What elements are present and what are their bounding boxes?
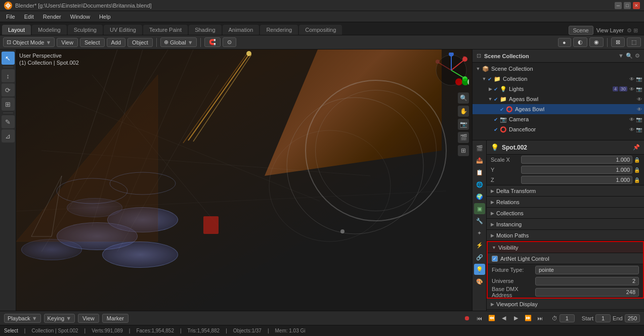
mode-selector[interactable]: ⊡ Object Mode ▼ (3, 37, 55, 47)
xray-button[interactable]: ⬚ (627, 37, 641, 47)
dancefloor-eye-icon[interactable]: 👁 (629, 127, 634, 132)
tab-modeling[interactable]: Modeling (32, 25, 67, 35)
scale-z-lock-icon[interactable]: 🔒 (634, 177, 640, 183)
prop-icon-modifiers[interactable]: 🔧 (474, 215, 485, 226)
fixture-type-field[interactable]: pointe (535, 266, 639, 274)
jump-start-button[interactable]: ⏮ (475, 314, 484, 323)
camera-eye-icon[interactable]: 👁 (629, 117, 634, 122)
hand-icon[interactable]: ✋ (458, 106, 469, 117)
camera-view-icon[interactable]: 📷 (458, 119, 469, 130)
scale-z-field[interactable]: 1.000 (521, 176, 632, 184)
scale-y-field[interactable]: 1.000 (521, 166, 632, 174)
prop-icon-particles[interactable]: ✦ (474, 227, 485, 238)
motion-paths-header[interactable]: ▶ Motion Paths (487, 230, 644, 241)
add-button[interactable]: Add (107, 38, 126, 47)
camera-checkbox[interactable]: ✔ (494, 117, 498, 122)
lights-checkbox[interactable]: ✔ (494, 86, 498, 92)
select-button[interactable]: Select (80, 38, 105, 47)
prop-icon-constraints[interactable]: 🔗 (474, 252, 485, 263)
lights-eye-icon[interactable]: 👁 (629, 86, 634, 92)
ageas-obj-eye-icon[interactable]: 👁 (637, 107, 642, 112)
outliner-lights[interactable]: ▶ ✔ 💡 Lights 4 30 👁 📷 (473, 84, 644, 94)
end-frame-field[interactable]: 250 (625, 314, 640, 322)
overlay-button[interactable]: ⊠ (611, 37, 625, 47)
play-back-button[interactable]: ◀ (499, 314, 508, 323)
prop-icon-scene[interactable]: 🌐 (474, 179, 485, 190)
viewport-3d[interactable]: User Perspective (1) Collection | Spot.0… (16, 50, 472, 311)
tab-rendering[interactable]: Rendering (260, 25, 298, 35)
tab-uv-editing[interactable]: UV Editing (104, 25, 142, 35)
collection-checkbox[interactable]: ✔ (488, 76, 492, 82)
outliner-ageas-bowl-obj[interactable]: ✔ ⭕ Ageas Bowl 👁 (473, 104, 644, 114)
prop-icon-material[interactable]: 🎨 (474, 276, 485, 287)
render-preview-icon[interactable]: 🎬 (458, 132, 469, 143)
artnet-checkbox[interactable]: ✓ (492, 256, 498, 262)
tab-sculpting[interactable]: Sculpting (68, 25, 103, 35)
outliner-search-icon[interactable]: 🔍 (626, 53, 633, 59)
scale-x-field[interactable]: 1.000 (521, 156, 632, 164)
viewport-shading-rendered[interactable]: ◉ (589, 37, 604, 47)
prop-icon-output[interactable]: 📤 (474, 155, 485, 166)
ageas-eye-icon[interactable]: 👁 (637, 97, 642, 102)
custom-properties-header[interactable]: ▶ Custom Properties (487, 310, 644, 311)
view-timeline-btn[interactable]: View (78, 314, 99, 323)
tool-annotate[interactable]: ✎ (2, 115, 15, 128)
universe-field[interactable]: 2 (535, 277, 639, 285)
outliner-settings-icon[interactable]: ⚙ (635, 53, 640, 59)
base-dmx-field[interactable]: 248 (535, 288, 639, 297)
visibility-header[interactable]: ▼ Visibility (488, 242, 643, 253)
snap-button[interactable]: 🧲 (204, 37, 221, 47)
render-camera-icon[interactable]: 📷 (636, 76, 642, 82)
view-button[interactable]: View (57, 38, 78, 47)
menu-file[interactable]: File (2, 13, 19, 21)
step-back-button[interactable]: ⏪ (487, 314, 496, 323)
prop-icon-world[interactable]: 🌍 (474, 191, 485, 202)
jump-end-button[interactable]: ⏭ (536, 314, 545, 323)
keying-dropdown[interactable]: Keying ▼ (44, 314, 75, 323)
menu-window[interactable]: Window (66, 13, 94, 21)
prop-icon-view-layer[interactable]: 📋 (474, 167, 485, 178)
collections-icon[interactable]: ⊞ (458, 145, 469, 156)
collections-header[interactable]: ▶ Collections (487, 208, 644, 219)
ageas-bowl-coll-checkbox[interactable]: ✔ (494, 97, 498, 102)
outliner-filter-icon[interactable]: ▼ (618, 53, 624, 59)
record-button[interactable]: ⏺ (463, 314, 472, 323)
outliner-collection[interactable]: ▼ ✔ 📁 Collection 👁 📷 (473, 74, 644, 84)
relations-header[interactable]: ▶ Relations (487, 197, 644, 208)
scene-dropdown[interactable]: Scene (569, 26, 593, 35)
lights-render-icon[interactable]: 📷 (636, 86, 642, 92)
play-button[interactable]: ▶ (511, 314, 521, 323)
tab-shading[interactable]: Shading (189, 25, 221, 35)
transform-dropdown[interactable]: ⊕ Global ▼ (160, 37, 197, 47)
tool-measure[interactable]: ⊿ (2, 129, 15, 142)
viewport-shading-material[interactable]: ◐ (573, 37, 587, 47)
menu-render[interactable]: Render (39, 13, 65, 21)
camera-render-icon[interactable]: 📷 (636, 117, 642, 122)
dancefloor-checkbox[interactable]: ✔ (494, 127, 498, 132)
instancing-header[interactable]: ▶ Instancing (487, 219, 644, 230)
current-frame-field[interactable]: 1 (560, 314, 575, 322)
viewport-display-header[interactable]: ▶ Viewport Display (487, 299, 644, 310)
zoom-in-icon[interactable]: 🔍 (458, 92, 469, 104)
menu-help[interactable]: Help (95, 13, 115, 21)
outliner-scene-collection[interactable]: ▼ 📦 Scene Collection (473, 64, 644, 74)
menu-edit[interactable]: Edit (20, 13, 38, 21)
tool-scale[interactable]: ⊞ (2, 98, 15, 111)
ageas-obj-checkbox[interactable]: ✔ (500, 107, 504, 112)
viewport-shading-solid[interactable]: ● (558, 38, 571, 47)
scale-x-lock-icon[interactable]: 🔒 (634, 157, 640, 163)
marker-btn[interactable]: Marker (102, 314, 128, 323)
dancefloor-render-icon[interactable]: 📷 (636, 127, 642, 132)
prop-icon-object[interactable]: ▣ (474, 203, 485, 214)
pin-icon[interactable]: 📌 (633, 144, 640, 151)
tab-animation[interactable]: Animation (223, 25, 260, 35)
outliner-dancefloor[interactable]: ✔ ⭕ Dancefloor 👁 📷 (473, 124, 644, 134)
tool-move[interactable]: ↕ (2, 69, 15, 82)
delta-transform-header[interactable]: ▶ Delta Transform (487, 185, 644, 197)
visibility-eye-icon[interactable]: 👁 (629, 76, 634, 82)
tool-rotate[interactable]: ⟳ (2, 83, 15, 97)
playback-dropdown[interactable]: Playback ▼ (4, 314, 41, 323)
step-forward-button[interactable]: ⏩ (524, 314, 533, 323)
tab-layout[interactable]: Layout (2, 25, 31, 35)
outliner-camera[interactable]: ✔ 📷 Camera 👁 📷 (473, 114, 644, 124)
